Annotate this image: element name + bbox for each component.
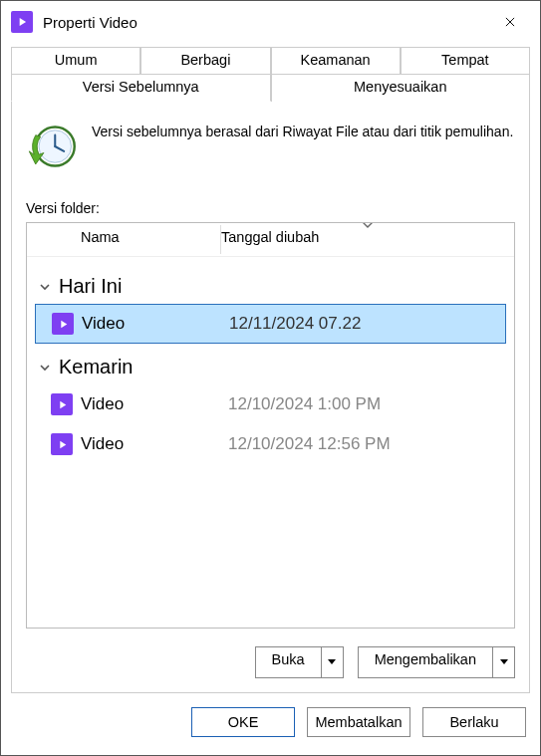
cancel-button[interactable]: Membatalkan bbox=[307, 707, 410, 737]
action-buttons-row: Buka Mengembalikan bbox=[26, 646, 515, 678]
chevron-down-icon bbox=[39, 362, 51, 374]
list-header: Nama Tanggal diubah bbox=[27, 223, 514, 257]
item-date: 12/11/2024 07.22 bbox=[229, 314, 505, 334]
group-label: Kemarin bbox=[59, 356, 133, 378]
tab-menyesuaikan[interactable]: Menyesuaikan bbox=[271, 75, 531, 102]
tab-tempat[interactable]: Tempat bbox=[401, 47, 530, 75]
tab-berbagi[interactable]: Berbagi bbox=[140, 47, 270, 75]
description-row: Versi sebelumnya berasal dari Riwayat Fi… bbox=[26, 121, 515, 172]
item-name: Video bbox=[81, 434, 220, 454]
item-date: 12/10/2024 12:56 PM bbox=[228, 434, 506, 454]
item-name: Video bbox=[82, 314, 221, 334]
title-bar: Properti Video bbox=[1, 1, 540, 43]
description-text: Versi sebelumnya berasal dari Riwayat Fi… bbox=[92, 121, 513, 172]
close-button[interactable] bbox=[490, 7, 530, 37]
restore-button[interactable]: Mengembalikan bbox=[358, 646, 515, 678]
version-item[interactable]: Video12/10/2024 1:00 PM bbox=[35, 384, 506, 424]
close-icon bbox=[503, 15, 517, 29]
tab-strip: Umum Berbagi Keamanan Tempat Versi Sebel… bbox=[1, 43, 540, 102]
open-dropdown-arrow[interactable] bbox=[321, 647, 343, 677]
tab-panel-previous-versions: Versi sebelumnya berasal dari Riwayat Fi… bbox=[11, 101, 530, 693]
restore-clock-icon bbox=[26, 121, 78, 172]
column-name-label: Nama bbox=[81, 229, 120, 245]
tab-umum[interactable]: Umum bbox=[11, 47, 140, 75]
chevron-down-icon bbox=[39, 281, 51, 293]
version-item[interactable]: Video12/11/2024 07.22 bbox=[35, 304, 506, 344]
folder-versions-label: Versi folder: bbox=[26, 200, 515, 216]
video-folder-icon bbox=[52, 313, 74, 335]
column-date-label: Tanggal diubah bbox=[221, 229, 319, 245]
group-header[interactable]: Kemarin bbox=[35, 348, 506, 384]
column-date[interactable]: Tanggal diubah bbox=[221, 223, 514, 256]
restore-dropdown-arrow[interactable] bbox=[492, 647, 514, 677]
version-group: KemarinVideo12/10/2024 1:00 PMVideo12/10… bbox=[35, 348, 506, 464]
item-date: 12/10/2024 1:00 PM bbox=[228, 394, 506, 414]
version-group: Hari IniVideo12/11/2024 07.22 bbox=[35, 267, 506, 344]
versions-list[interactable]: Nama Tanggal diubah Hari IniVideo12/11/2… bbox=[26, 222, 515, 629]
group-label: Hari Ini bbox=[59, 275, 122, 298]
video-folder-icon bbox=[11, 11, 33, 33]
version-item[interactable]: Video12/10/2024 12:56 PM bbox=[35, 424, 506, 464]
group-header[interactable]: Hari Ini bbox=[35, 267, 506, 304]
list-body: Hari IniVideo12/11/2024 07.22KemarinVide… bbox=[27, 257, 514, 470]
column-name[interactable]: Nama bbox=[27, 223, 221, 256]
chevron-down-icon bbox=[328, 659, 336, 665]
video-folder-icon bbox=[51, 393, 73, 415]
item-name: Video bbox=[81, 394, 220, 414]
chevron-down-icon bbox=[500, 659, 508, 665]
restore-button-label: Mengembalikan bbox=[359, 647, 492, 677]
apply-button[interactable]: Berlaku bbox=[422, 707, 526, 737]
video-folder-icon bbox=[51, 433, 73, 455]
tab-keamanan[interactable]: Keamanan bbox=[271, 47, 401, 75]
window-title: Properti Video bbox=[43, 14, 490, 31]
open-button-label: Buka bbox=[256, 647, 321, 677]
tab-versi-sebelumnya[interactable]: Versi Sebelumnya bbox=[11, 75, 271, 102]
properties-dialog: Properti Video Umum Berbagi Keamanan Tem… bbox=[0, 0, 541, 756]
sort-chevron-icon bbox=[362, 222, 374, 229]
ok-button[interactable]: OKE bbox=[191, 707, 295, 737]
open-button[interactable]: Buka bbox=[255, 646, 344, 678]
dialog-footer: OKE Membatalkan Berlaku bbox=[1, 693, 540, 755]
